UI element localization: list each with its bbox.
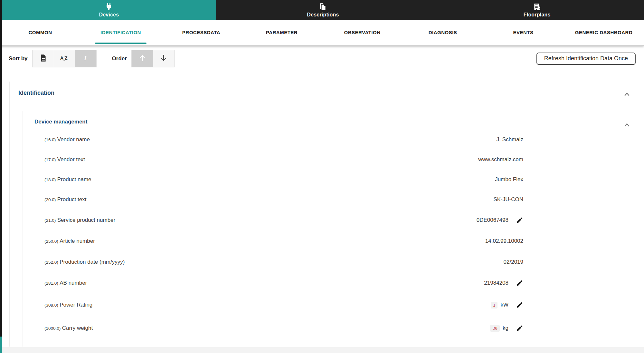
tab-label: OBSERVATION [344,30,380,36]
row-index: (20.0) [44,197,56,202]
table-row: (250.0) Article number 14.02.99.10002 [44,230,523,251]
top-tab-bar: DevicesDescriptionsFloorplans [0,0,644,20]
section-nav: COMMONIDENTIFICATIONPROCESSDATAPARAMETER… [0,20,644,46]
top-tab-label: Floorplans [524,12,551,18]
top-tab-devices[interactable]: Devices [2,0,216,20]
edit-icon[interactable] [516,301,523,309]
table-row: (281.0) AB number 21984208 [44,272,523,293]
row-value: Jumbo Flex [495,176,523,183]
row-value: SK-JU-CON [493,196,523,203]
identification-collapse-chevron-icon[interactable] [623,90,631,99]
copy-icon [319,3,327,11]
identification-rows: (16.0) Vendor name J. Schmalz (17.0) Ven… [44,130,523,340]
row-label: AB number [60,280,87,286]
tab-observation[interactable]: OBSERVATION [322,20,402,45]
svg-text:Z: Z [65,55,68,61]
sort-toolbar: Sort by AZI Order Refresh Identification… [0,46,644,69]
sort-by-label: Sort by [9,55,28,62]
row-value: 14.02.99.10002 [485,238,523,244]
device-management-section-title: Device management [34,119,87,125]
tab-label: EVENTS [513,30,533,36]
window-edge-strip [0,0,2,337]
tab-label: DIAGNOSIS [429,30,457,36]
identification-indent-line [9,82,10,347]
order-arrow-down-button[interactable] [153,50,174,67]
row-label: Vendor name [57,136,90,142]
sort-by-sort-index-button[interactable]: I [75,50,96,67]
plug-icon [105,3,113,11]
row-index: (250.0) [44,239,58,244]
arrow-up-icon [138,54,147,64]
top-tab-label: Devices [99,12,119,18]
refresh-identification-button[interactable]: Refresh Identification Data Once [536,53,636,65]
edit-icon[interactable] [516,325,523,332]
row-value: kg [503,325,508,331]
row-index: (18.0) [44,177,56,182]
sort-by-file-button[interactable] [33,50,54,67]
tab-label: COMMON [29,30,52,36]
table-row: (16.0) Vendor name J. Schmalz [44,130,523,150]
tab-processdata[interactable]: PROCESSDATA [161,20,242,45]
row-value: 21984208 [484,280,508,286]
row-index: (16.0) [44,137,56,142]
order-arrow-up-button[interactable] [132,50,153,67]
row-index: (308.0) [44,303,58,308]
row-value: 0DE0067498 [477,217,508,223]
row-label: Vendor text [57,156,85,162]
tab-label: GENERIC DASHBOARD [575,30,633,36]
value-chip: 1 [491,302,498,309]
svg-text:I: I [84,55,87,62]
row-label: Carry weight [62,325,93,331]
sort-alpha-icon: AZ [60,54,69,64]
top-tab-descriptions[interactable]: Descriptions [216,0,430,20]
top-tab-label: Descriptions [307,12,339,18]
row-label: Production date (mm/yyyy) [60,259,125,265]
row-label: Article number [60,238,95,244]
tab-events[interactable]: EVENTS [483,20,564,45]
row-value: J. Schmalz [497,136,523,143]
tab-common[interactable]: COMMON [0,20,80,45]
tab-identification[interactable]: IDENTIFICATION [80,20,161,45]
file-icon [39,54,47,64]
edit-icon[interactable] [516,217,523,224]
row-value: 02/2019 [504,259,523,265]
row-label: Product name [57,176,91,182]
identification-section-title: Identification [18,90,54,96]
value-chip: 30 [490,325,500,332]
edit-icon[interactable] [516,279,523,287]
tab-diagnosis[interactable]: DIAGNOSIS [402,20,483,45]
table-row: (20.0) Product text SK-JU-CON [44,190,523,210]
page-bottom-band [2,347,644,353]
tab-parameter[interactable]: PARAMETER [242,20,322,45]
device-management-indent-line [23,111,23,347]
order-label: Order [112,55,127,62]
table-row: (17.0) Vendor text www.schmalz.com [44,150,523,170]
table-row: (21.0) Service product number 0DE0067498 [44,210,523,230]
active-tab-underline [95,43,147,44]
row-label: Service product number [57,217,115,223]
device-identification-page: DevicesDescriptionsFloorplans COMMONIDEN… [0,0,644,353]
tab-generic-dashboard[interactable]: GENERIC DASHBOARD [564,20,644,45]
sort-index-icon: I [82,54,89,64]
row-index: (17.0) [44,157,56,162]
row-index: (252.0) [44,260,58,265]
row-value: kW [500,302,508,308]
row-index: (1000.0) [44,326,61,331]
arrow-down-icon [159,54,168,64]
sort-button-group: AZI [32,50,97,67]
device-management-collapse-chevron-icon[interactable] [623,121,631,129]
row-label: Product text [57,196,87,202]
window-edge-strip-accent [0,337,2,353]
row-label: Power Rating [60,302,92,308]
table-row: (252.0) Production date (mm/yyyy) 02/201… [44,251,523,272]
table-row: (18.0) Product name Jumbo Flex [44,170,523,190]
tab-label: IDENTIFICATION [100,30,141,36]
row-value: www.schmalz.com [478,156,523,163]
order-button-group [131,50,175,67]
building-icon [533,3,541,11]
sort-by-sort-alpha-button[interactable]: AZ [54,50,75,67]
tab-label: PROCESSDATA [182,30,220,36]
row-index: (21.0) [44,218,56,223]
row-index: (281.0) [44,281,58,286]
top-tab-floorplans[interactable]: Floorplans [430,0,644,20]
